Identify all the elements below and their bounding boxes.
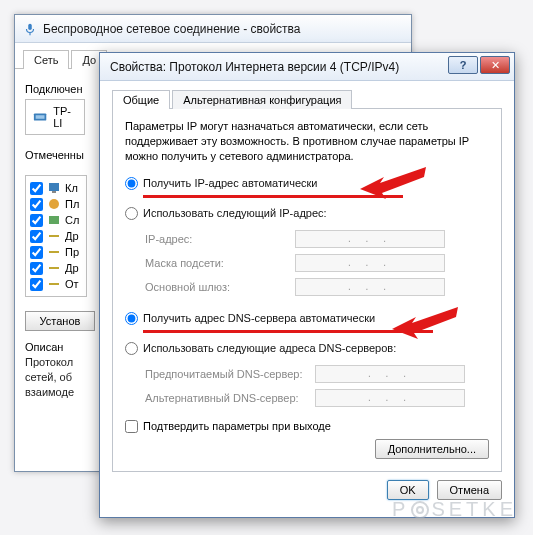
svg-rect-0 <box>28 23 32 29</box>
svg-point-6 <box>49 199 59 209</box>
help-button[interactable]: ? <box>448 56 478 74</box>
dns-manual-radio[interactable] <box>125 342 138 355</box>
list-item-label: Др <box>65 262 79 274</box>
svg-rect-11 <box>49 283 59 285</box>
annotation-underline-dns <box>143 330 433 333</box>
dialog-footer: OK Отмена <box>112 472 502 500</box>
list-item[interactable]: Сл <box>30 212 82 228</box>
ip-manual-row[interactable]: Использовать следующий IP-адрес: <box>125 204 489 223</box>
list-item[interactable]: Пр <box>30 244 82 260</box>
protocol-icon <box>47 277 61 291</box>
components-list: Кл Пл Сл Др Пр <box>25 175 87 297</box>
list-item-label: Пр <box>65 246 79 258</box>
parent-titlebar[interactable]: Беспроводное сетевое соединение - свойст… <box>15 15 411 43</box>
adapter-icon <box>33 109 47 125</box>
dns-auto-row[interactable]: Получить адрес DNS-сервера автоматически <box>125 309 489 328</box>
component-checkbox[interactable] <box>30 246 43 259</box>
svg-rect-3 <box>36 115 45 119</box>
svg-rect-7 <box>49 216 59 224</box>
ip-address-input: . . . <box>295 230 445 248</box>
intro-text: Параметры IP могут назначаться автоматич… <box>125 119 489 164</box>
tcpip-tabs: Общие Альтернативная конфигурация <box>112 89 502 109</box>
parent-window-title: Беспроводное сетевое соединение - свойст… <box>43 22 301 36</box>
dns-auto-radio[interactable] <box>125 312 138 325</box>
svg-rect-8 <box>49 235 59 237</box>
cancel-button[interactable]: Отмена <box>437 480 502 500</box>
tcpip-window-title: Свойства: Протокол Интернета версии 4 (T… <box>110 60 399 74</box>
validate-on-exit-row[interactable]: Подтвердить параметры при выходе <box>125 420 489 433</box>
dns-alt-input: . . . <box>315 389 465 407</box>
ip-manual-radio[interactable] <box>125 207 138 220</box>
component-checkbox[interactable] <box>30 182 43 195</box>
component-checkbox[interactable] <box>30 230 43 243</box>
component-checkbox[interactable] <box>30 262 43 275</box>
adapter-box[interactable]: TP-LI <box>25 99 85 135</box>
ip-auto-radio[interactable] <box>125 177 138 190</box>
dns-manual-label: Использовать следующие адреса DNS-сервер… <box>143 342 396 354</box>
dns-fields: Предпочитаемый DNS-сервер:. . . Альтерна… <box>145 362 489 410</box>
svg-rect-4 <box>49 183 59 191</box>
ip-auto-row[interactable]: Получить IP-адрес автоматически <box>125 174 489 193</box>
list-item-label: Сл <box>65 214 79 226</box>
list-item-label: Др <box>65 230 79 242</box>
list-item-label: Кл <box>65 182 78 194</box>
list-item[interactable]: Кл <box>30 180 82 196</box>
validate-checkbox[interactable] <box>125 420 138 433</box>
help-glyph: ? <box>460 59 467 71</box>
protocol-icon <box>47 229 61 243</box>
subnet-mask-label: Маска подсети: <box>145 257 295 269</box>
svg-rect-9 <box>49 251 59 253</box>
list-item[interactable]: От <box>30 276 82 292</box>
ip-fields: IP-адрес:. . . Маска подсети:. . . Основ… <box>145 227 489 299</box>
ip-auto-label: Получить IP-адрес автоматически <box>143 177 317 189</box>
dns-alt-label: Альтернативный DNS-сервер: <box>145 392 315 404</box>
list-item[interactable]: Др <box>30 228 82 244</box>
titlebar-buttons: ? ✕ <box>448 53 510 74</box>
svg-rect-5 <box>52 191 56 193</box>
close-button[interactable]: ✕ <box>480 56 510 74</box>
dns-auto-label: Получить адрес DNS-сервера автоматически <box>143 312 375 324</box>
dns-manual-row[interactable]: Использовать следующие адреса DNS-сервер… <box>125 339 489 358</box>
subnet-mask-input: . . . <box>295 254 445 272</box>
microphone-icon <box>23 22 37 36</box>
component-checkbox[interactable] <box>30 198 43 211</box>
install-button[interactable]: Установ <box>25 311 95 331</box>
ip-manual-label: Использовать следующий IP-адрес: <box>143 207 327 219</box>
dns-pref-input: . . . <box>315 365 465 383</box>
protocol-icon <box>47 245 61 259</box>
tcpip-body: Общие Альтернативная конфигурация Параме… <box>100 81 514 510</box>
list-item-label: От <box>65 278 79 290</box>
close-icon: ✕ <box>491 59 500 72</box>
component-checkbox[interactable] <box>30 214 43 227</box>
tab-general[interactable]: Общие <box>112 90 170 109</box>
parent-tab-network[interactable]: Сеть <box>23 50 69 69</box>
gateway-label: Основной шлюз: <box>145 281 295 293</box>
list-item[interactable]: Пл <box>30 196 82 212</box>
service-icon <box>47 213 61 227</box>
list-item-label: Пл <box>65 198 79 210</box>
tab-alternate-config[interactable]: Альтернативная конфигурация <box>172 90 352 109</box>
annotation-underline-ip <box>143 195 403 198</box>
adapter-name: TP-LI <box>53 105 77 129</box>
ok-button[interactable]: OK <box>387 480 429 500</box>
advanced-button[interactable]: Дополнительно... <box>375 439 489 459</box>
ip-address-label: IP-адрес: <box>145 233 295 245</box>
component-checkbox[interactable] <box>30 278 43 291</box>
scheduler-icon <box>47 197 61 211</box>
protocol-icon <box>47 261 61 275</box>
tcpip-titlebar[interactable]: Свойства: Протокол Интернета версии 4 (T… <box>100 53 514 81</box>
list-item[interactable]: Др <box>30 260 82 276</box>
dns-pref-label: Предпочитаемый DNS-сервер: <box>145 368 315 380</box>
general-pane: Параметры IP могут назначаться автоматич… <box>112 109 502 472</box>
svg-rect-10 <box>49 267 59 269</box>
tcpip-properties-window: Свойства: Протокол Интернета версии 4 (T… <box>99 52 515 518</box>
gateway-input: . . . <box>295 278 445 296</box>
validate-label: Подтвердить параметры при выходе <box>143 420 331 432</box>
client-icon <box>47 181 61 195</box>
